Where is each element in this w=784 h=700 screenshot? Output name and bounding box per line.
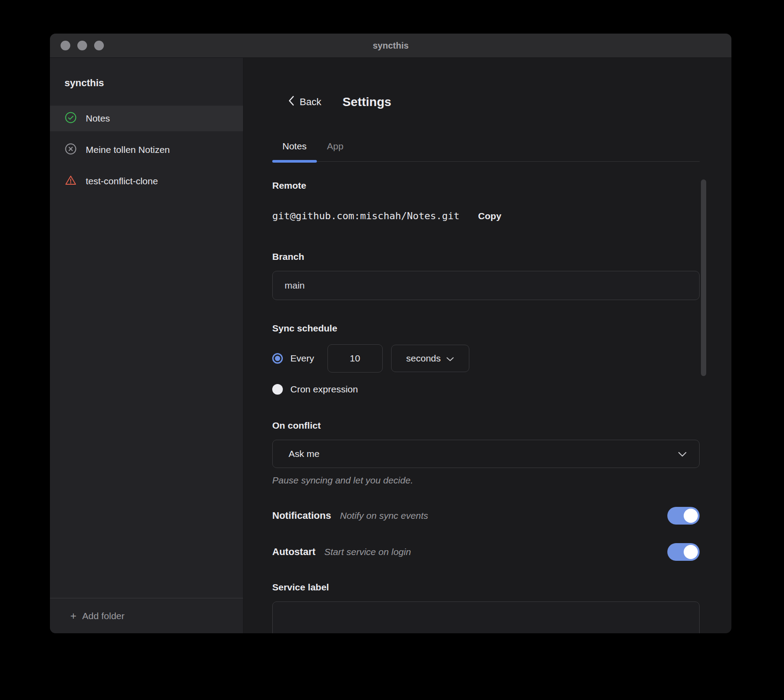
add-folder-button[interactable]: + Add folder [50,598,243,633]
chevron-down-icon [678,449,687,459]
on-conflict-select[interactable]: Ask me [272,440,700,468]
toggle-knob [684,509,698,523]
on-conflict-value: Ask me [289,449,320,459]
remote-url: git@github.com:mischah/Notes.git [272,210,460,221]
interval-input[interactable] [327,344,383,373]
branch-input[interactable] [272,271,700,300]
sidebar-item-test-conflict-clone[interactable]: test-conflict-clone [50,168,243,194]
autostart-label: Autostart [272,546,316,558]
remote-label: Remote [272,180,700,191]
back-label: Back [300,96,321,108]
back-button[interactable]: Back [288,95,321,109]
titlebar: syncthis [50,34,731,58]
branch-label: Branch [272,251,700,262]
sidebar-item-meine-tollen-notizen[interactable]: Meine tollen Notizen [50,137,243,163]
notifications-label: Notifications [272,510,331,521]
service-input[interactable] [272,601,700,633]
window-title: syncthis [50,41,731,51]
settings-tabs: Notes App [272,141,700,162]
autostart-toggle[interactable] [667,543,700,561]
sync-schedule-label: Sync schedule [272,323,700,334]
service-label: Service label [272,582,700,593]
chevron-left-icon [288,95,294,109]
settings-panel: Back Settings Notes App Remote git@githu… [244,58,731,633]
every-label: Every [290,353,314,364]
interval-unit-value: seconds [406,353,441,364]
copy-button[interactable]: Copy [478,211,502,221]
warning-triangle-icon [65,174,77,189]
interval-unit-select[interactable]: seconds [391,345,469,372]
autostart-hint: Start service on login [324,547,411,557]
traffic-light-zoom-button[interactable] [94,41,104,50]
every-radio[interactable] [272,353,283,364]
sidebar-item-notes[interactable]: Notes [50,106,243,131]
add-folder-label: Add folder [82,611,125,621]
app-name: syncthis [65,77,243,89]
tab-notes[interactable]: Notes [272,141,317,161]
notifications-toggle[interactable] [667,507,700,525]
on-conflict-hint: Pause syncing and let you decide. [272,475,700,486]
toggle-knob [684,545,698,559]
chevron-down-icon [446,353,454,364]
sidebar-item-label: Notes [86,113,110,124]
app-window: syncthis syncthis Notes [50,34,731,633]
notifications-hint: Notify on sync events [340,510,428,521]
sidebar: syncthis Notes Meine tollen N [50,58,244,633]
page-title: Settings [343,95,391,109]
on-conflict-label: On conflict [272,420,700,431]
traffic-light-close-button[interactable] [61,41,70,50]
sidebar-item-label: test-conflict-clone [86,176,158,186]
cron-label: Cron expression [290,384,358,395]
tab-app[interactable]: App [317,141,354,161]
plus-icon: + [70,611,76,621]
x-circle-icon [65,143,77,157]
traffic-light-minimize-button[interactable] [77,41,87,50]
check-circle-icon [65,111,77,126]
sidebar-item-label: Meine tollen Notizen [86,145,170,155]
cron-radio[interactable] [272,384,283,395]
content-scrollbar[interactable] [701,179,706,376]
